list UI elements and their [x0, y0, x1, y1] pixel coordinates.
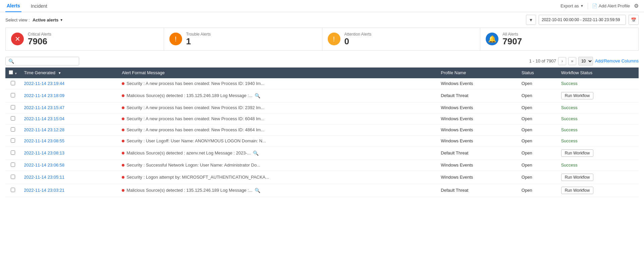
trouble-icon: ! — [169, 33, 182, 45]
calendar-button[interactable]: 📅 — [629, 15, 639, 25]
add-remove-columns-button[interactable]: Add/Remove Columns — [595, 58, 639, 63]
th-workflow-status: Workflow Status — [558, 67, 639, 78]
view-select-left: Select view : Active alerts ▼ — [5, 17, 63, 22]
time-cell[interactable]: 2022-11-14 23:15:04 — [21, 113, 119, 124]
search-box[interactable]: 🔍 — [5, 57, 79, 65]
message-search-icon[interactable]: 🔍 — [255, 188, 260, 193]
time-cell[interactable]: 2022-11-14 23:03:21 — [21, 184, 119, 197]
row-checkbox-cell — [5, 89, 21, 102]
table-row: 2022-11-14 23:05:11Security : Logon atte… — [5, 171, 639, 184]
per-page-select[interactable]: 10 25 50 — [578, 57, 593, 65]
active-alerts-dropdown[interactable]: Active alerts ▼ — [33, 17, 63, 22]
table-row: 2022-11-14 23:18:09Malicious Source(s) d… — [5, 89, 639, 102]
all-count: 7907 — [502, 37, 522, 46]
workflow-success-text: Success — [561, 163, 578, 168]
view-select-right: ▼ 📅 — [526, 15, 639, 25]
workflow-status-cell: Success — [558, 78, 639, 89]
last-page-button[interactable]: » — [568, 57, 576, 65]
alerts-table: ▼ Time Generated ▼ Alert Format Message … — [5, 67, 639, 197]
export-button[interactable]: Export as ▼ — [560, 3, 584, 8]
page-info: 1 - 10 of 7907 — [529, 58, 556, 63]
status-cell: Open — [518, 102, 558, 113]
attention-info: Attention Alerts 0 — [344, 32, 372, 46]
workflow-success-text: Success — [561, 81, 578, 86]
message-text: Security : A new process has been create… — [126, 127, 264, 132]
status-cell: Open — [518, 171, 558, 184]
message-cell: Security : A new process has been create… — [118, 78, 437, 89]
trouble-alerts-card[interactable]: ! Trouble Alerts 1 — [164, 28, 322, 51]
search-input[interactable] — [16, 58, 76, 63]
attention-icon: ! — [328, 33, 340, 45]
export-caret-icon: ▼ — [580, 4, 584, 8]
time-cell[interactable]: 2022-11-14 23:18:09 — [21, 89, 119, 102]
settings-button[interactable]: ⚙ — [634, 3, 639, 9]
trouble-count: 1 — [186, 37, 211, 46]
row-checkbox[interactable] — [11, 93, 15, 97]
th-time-generated[interactable]: Time Generated ▼ — [21, 67, 119, 78]
message-cell: Security : Successful Network Logon: Use… — [118, 159, 437, 171]
time-cell[interactable]: 2022-11-14 23:05:11 — [21, 171, 119, 184]
row-checkbox[interactable] — [11, 188, 15, 192]
run-workflow-button[interactable]: Run Workflow — [561, 149, 593, 157]
message-cell: Security : A new process has been create… — [118, 113, 437, 124]
row-checkbox[interactable] — [11, 138, 15, 143]
row-checkbox-cell — [5, 78, 21, 89]
workflow-status-cell: Success — [558, 113, 639, 124]
time-cell[interactable]: 2022-11-14 23:06:58 — [21, 159, 119, 171]
row-checkbox[interactable] — [11, 116, 15, 121]
time-cell[interactable]: 2022-11-14 23:15:47 — [21, 102, 119, 113]
workflow-status-cell: Run Workflow — [558, 184, 639, 197]
row-checkbox[interactable] — [11, 163, 15, 167]
dropdown-caret-icon: ▼ — [60, 18, 63, 22]
time-generated-label: Time Generated — [24, 70, 55, 75]
sort-arrow-icon: ▼ — [58, 71, 61, 75]
nav-tabs: Alerts Incident — [5, 0, 49, 12]
status-cell: Open — [518, 159, 558, 171]
time-cell[interactable]: 2022-11-14 23:08:55 — [21, 135, 119, 146]
next-page-button[interactable]: › — [558, 57, 566, 65]
row-checkbox[interactable] — [11, 150, 15, 155]
filter-button[interactable]: ▼ — [526, 15, 536, 25]
summary-cards: ✕ Critical Alerts 7906 ! Trouble Alerts … — [0, 28, 644, 55]
critical-info: Critical Alerts 7906 — [28, 32, 51, 46]
select-all-header[interactable]: ▼ — [5, 67, 21, 78]
critical-alerts-card[interactable]: ✕ Critical Alerts 7906 — [5, 28, 164, 51]
message-text: Security : User Logoff: User Name: ANONY… — [126, 138, 266, 143]
message-text: Security : A new process has been create… — [126, 81, 264, 86]
table-row: 2022-11-14 23:03:21Malicious Source(s) d… — [5, 184, 639, 197]
attention-label: Attention Alerts — [344, 32, 372, 37]
calendar-icon: 📅 — [631, 17, 636, 22]
time-cell[interactable]: 2022-11-14 23:19:44 — [21, 78, 119, 89]
row-checkbox[interactable] — [11, 81, 15, 85]
time-cell[interactable]: 2022-11-14 23:08:13 — [21, 146, 119, 159]
status-cell: Open — [518, 78, 558, 89]
run-workflow-button[interactable]: Run Workflow — [561, 187, 593, 194]
profile-cell: Windows Events — [437, 135, 518, 146]
row-checkbox[interactable] — [11, 105, 15, 109]
table-row: 2022-11-14 23:08:13Malicious Source(s) d… — [5, 146, 639, 159]
tab-alerts[interactable]: Alerts — [5, 0, 21, 12]
add-alert-button[interactable]: 📄 Add Alert Profile — [592, 3, 630, 8]
th-profile-name: Profile Name — [437, 67, 518, 78]
attention-alerts-card[interactable]: ! Attention Alerts 0 — [322, 28, 481, 51]
message-search-icon[interactable]: 🔍 — [255, 93, 260, 98]
select-all-checkbox[interactable] — [9, 70, 13, 75]
workflow-status-cell: Run Workflow — [558, 146, 639, 159]
tab-incident[interactable]: Incident — [30, 0, 49, 12]
filter-icon: ▼ — [529, 17, 533, 22]
add-alert-page-icon: 📄 — [592, 3, 597, 8]
profile-cell: Default Threat — [437, 89, 518, 102]
message-search-icon[interactable]: 🔍 — [253, 150, 259, 156]
profile-cell: Windows Events — [437, 159, 518, 171]
status-cell: Open — [518, 113, 558, 124]
row-checkbox[interactable] — [11, 127, 15, 132]
row-checkbox[interactable] — [11, 175, 15, 179]
date-range-input[interactable] — [539, 15, 626, 25]
all-alerts-card[interactable]: 🔔 All Alerts 7907 — [480, 28, 639, 51]
export-label: Export as — [560, 3, 579, 8]
run-workflow-button[interactable]: Run Workflow — [561, 92, 593, 99]
profile-name-label: Profile Name — [441, 70, 466, 75]
row-checkbox-cell — [5, 171, 21, 184]
time-cell[interactable]: 2022-11-14 23:12:28 — [21, 124, 119, 135]
run-workflow-button[interactable]: Run Workflow — [561, 174, 593, 181]
